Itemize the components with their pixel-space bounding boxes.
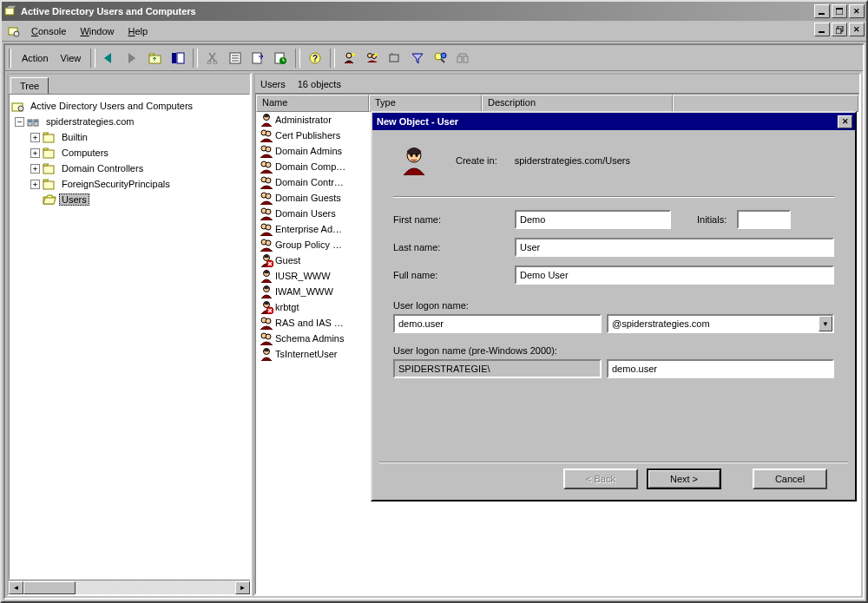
find-icon[interactable] [430, 48, 450, 69]
dialog-close-button[interactable]: ✕ [838, 115, 852, 128]
initials-input[interactable] [737, 210, 791, 229]
svg-rect-26 [390, 55, 398, 62]
filter-icon[interactable] [407, 48, 428, 69]
create-in-label: Create in: [456, 155, 497, 166]
scroll-right-button[interactable]: ► [235, 581, 250, 594]
list-cell-name: Schema Admins [256, 331, 369, 345]
tree-root[interactable]: Active Directory Users and Computers [11, 98, 247, 114]
mdi-restore-button[interactable] [832, 23, 847, 36]
tree-domain[interactable]: − spiderstrategies.com [11, 114, 247, 129]
new-ou-icon[interactable] [385, 48, 405, 69]
menu-help[interactable]: Help [122, 24, 155, 38]
menu-console[interactable]: Console [24, 24, 73, 38]
tree-node[interactable]: Users [11, 192, 247, 207]
toolbar-view[interactable]: View [56, 51, 87, 65]
svg-point-70 [266, 318, 271, 324]
logon-name-label: User logon name: [393, 300, 834, 311]
first-name-input[interactable] [515, 210, 671, 229]
svg-rect-18 [253, 53, 261, 63]
domain-icon[interactable] [452, 48, 473, 69]
tree-node[interactable]: +Builtin [11, 129, 247, 145]
properties-icon[interactable] [225, 48, 246, 69]
svg-point-23 [346, 53, 352, 58]
svg-point-37 [18, 106, 23, 111]
cancel-button[interactable]: Cancel [753, 469, 827, 489]
tree-hscrollbar[interactable]: ◄ ► [9, 580, 250, 594]
col-name[interactable]: Name [256, 95, 369, 112]
help-icon[interactable]: ? [305, 48, 326, 69]
tree-body[interactable]: Active Directory Users and Computers − s… [9, 94, 250, 580]
forward-button[interactable] [122, 48, 143, 69]
toolbar-action[interactable]: Action [16, 51, 54, 65]
scroll-track[interactable] [23, 581, 235, 594]
maximize-button[interactable] [832, 4, 847, 18]
svg-point-58 [266, 209, 271, 214]
collapse-icon[interactable]: − [15, 117, 24, 127]
scroll-left-button[interactable]: ◄ [9, 581, 23, 594]
full-name-input[interactable] [515, 265, 834, 285]
svg-point-62 [266, 240, 271, 246]
back-button[interactable] [100, 48, 121, 69]
list-header-bar: Users 16 objects [255, 75, 859, 94]
export-list-icon[interactable] [247, 48, 268, 69]
logon-name-input[interactable] [393, 314, 602, 333]
logon-domain-select[interactable] [607, 314, 834, 333]
list-name-text: IUSR_WWW [275, 271, 331, 281]
tree-node[interactable]: +Domain Controllers [11, 161, 247, 176]
user-disabled-icon [260, 300, 273, 314]
list-panel: Users 16 objects Name Type Description A… [253, 73, 861, 596]
svg-rect-44 [43, 166, 54, 174]
mdi-minimize-button[interactable] [814, 23, 830, 36]
col-type[interactable]: Type [369, 95, 482, 112]
list-name-text: Domain Guests [275, 193, 341, 203]
list-cell-name: Domain Admins [256, 144, 369, 158]
refresh-icon[interactable] [270, 48, 291, 69]
tree-node[interactable]: +ForeignSecurityPrincipals [11, 176, 247, 192]
svg-rect-40 [29, 121, 31, 122]
list-cell-name: Administrator [256, 113, 369, 127]
mdi-close-button[interactable]: ✕ [849, 23, 865, 36]
svg-rect-0 [5, 8, 14, 15]
expand-icon[interactable]: + [30, 148, 40, 158]
group-icon [260, 238, 273, 252]
list-title: Users [260, 79, 286, 89]
last-name-label: Last name: [393, 242, 515, 252]
new-user-icon[interactable] [339, 48, 360, 69]
expand-icon[interactable]: + [30, 133, 40, 142]
col-desc[interactable]: Description [482, 95, 673, 112]
dialog-body: Create in: spiderstrategies.com/Users Fi… [372, 130, 855, 462]
last-name-input[interactable] [515, 238, 834, 257]
tree-node-label: Users [59, 193, 89, 206]
list-cell-name: IWAM_WWW [256, 285, 369, 298]
svg-point-76 [416, 154, 418, 157]
first-name-row: First name: Initials: [393, 210, 834, 229]
group-icon [260, 128, 273, 142]
user-icon [260, 113, 273, 127]
logon-pre-name-input[interactable] [607, 359, 834, 378]
expand-icon[interactable]: + [30, 164, 40, 174]
full-name-label: Full name: [393, 270, 515, 280]
cut-icon[interactable] [202, 48, 223, 69]
new-group-icon[interactable] [362, 48, 383, 69]
last-name-row: Last name: [393, 238, 834, 257]
tree-node-label: Builtin [59, 131, 90, 143]
mdi-child: Action View ? Tree [3, 43, 865, 600]
next-button[interactable]: Next > [647, 469, 721, 489]
list-cell-name: Group Policy … [256, 238, 369, 252]
up-folder-button[interactable] [145, 48, 166, 69]
show-hide-tree-button[interactable] [168, 48, 188, 69]
expand-icon[interactable]: + [30, 180, 40, 189]
tree-node[interactable]: +Computers [11, 145, 247, 161]
user-icon [260, 347, 273, 361]
dropdown-button[interactable]: ▼ [819, 316, 832, 331]
list-cell-name: Guest [256, 253, 369, 267]
group-icon [260, 175, 273, 189]
group-icon [260, 316, 273, 330]
minimize-button[interactable] [814, 4, 830, 18]
scroll-thumb[interactable] [23, 581, 76, 594]
app-icon [3, 4, 17, 18]
menu-help-label: elp [135, 26, 148, 36]
tree-tab[interactable]: Tree [10, 77, 49, 95]
menu-window[interactable]: Window [73, 24, 121, 38]
close-button[interactable]: ✕ [849, 4, 865, 18]
